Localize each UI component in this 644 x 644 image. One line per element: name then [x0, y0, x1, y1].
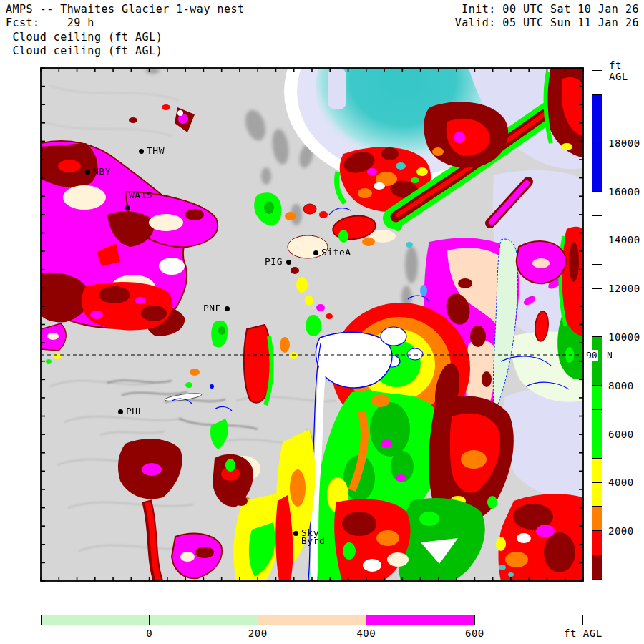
right-colorbar-cell	[592, 386, 602, 410]
right-colorbar-cell	[592, 507, 602, 531]
right-colorbar-cell	[592, 555, 602, 579]
right-colorbar-tick-label: 4000	[608, 477, 644, 488]
station-label: THW	[147, 147, 165, 155]
right-colorbar-cell	[592, 144, 602, 168]
right-colorbar-cell	[592, 216, 602, 240]
bottom-colorbar-tick-label: 600	[465, 628, 484, 639]
right-colorbar-cell	[592, 361, 602, 386]
bottom-colorbar	[41, 615, 583, 625]
bottom-colorbar-cell	[366, 615, 474, 625]
bottom-colorbar-tick-label: 200	[248, 628, 268, 639]
station-label: Sky Byrd	[301, 529, 325, 545]
right-colorbar-tick-label: 18000	[608, 137, 644, 149]
right-colorbar-cell	[592, 71, 602, 95]
bottom-colorbar-unit: ft AGL	[564, 628, 602, 639]
station-label: SiteA	[321, 248, 351, 256]
right-colorbar-cell	[592, 119, 602, 144]
station-marker	[293, 531, 298, 536]
station-marker	[118, 409, 123, 414]
gridline-label-value: 90	[585, 350, 598, 361]
map-plot	[0, 0, 644, 644]
bottom-colorbar-tick-label: 0	[146, 628, 152, 639]
right-colorbar-cell	[592, 459, 602, 483]
right-colorbar-cell	[592, 434, 602, 459]
right-colorbar	[592, 70, 602, 580]
station-marker	[125, 205, 130, 210]
right-colorbar-tick-label: 2000	[608, 525, 644, 537]
right-colorbar-tick-label: 14000	[608, 234, 644, 245]
right-colorbar-cell	[592, 410, 602, 434]
right-colorbar-cell	[592, 192, 602, 216]
right-colorbar-cell	[592, 167, 602, 192]
station-marker	[313, 250, 318, 255]
bottom-colorbar-cell	[150, 615, 258, 625]
bottom-colorbar-cell	[258, 615, 366, 625]
bottom-colorbar-cell	[475, 615, 582, 625]
weather-plot-page: AMPS -- Thwaites Glacier 1-way nest Fcst…	[0, 0, 644, 644]
station-label: WAIS	[129, 191, 152, 199]
right-colorbar-tick-label: 16000	[608, 186, 644, 197]
station-marker	[225, 306, 230, 311]
map-field	[41, 0, 583, 581]
bottom-colorbar-cell	[42, 615, 150, 625]
station-label: PHL	[126, 407, 144, 415]
right-colorbar-cell	[592, 531, 602, 555]
station-marker	[286, 260, 291, 265]
station-marker	[85, 170, 90, 175]
station-label: PIG	[265, 258, 283, 265]
bottom-colorbar-tick-label: 400	[356, 628, 376, 639]
pne-south-column	[244, 325, 272, 405]
right-colorbar-cell	[592, 483, 602, 507]
right-colorbar-cell	[592, 240, 602, 265]
right-colorbar-unit: ft AGL	[609, 59, 644, 82]
station-label: NBY	[93, 167, 111, 175]
gridline-label-direction: N	[607, 350, 613, 361]
station-marker	[139, 149, 144, 154]
right-colorbar-cell	[592, 289, 602, 313]
right-colorbar-cell	[592, 313, 602, 338]
right-colorbar-tick-label: 10000	[608, 331, 644, 343]
right-colorbar-tick-label: 6000	[608, 429, 644, 440]
right-colorbar-cell	[592, 95, 602, 119]
right-colorbar-tick-label: 8000	[608, 380, 644, 391]
right-colorbar-tick-label: 12000	[608, 283, 644, 294]
station-label: PNE	[203, 304, 221, 312]
right-colorbar-cell	[592, 265, 602, 289]
